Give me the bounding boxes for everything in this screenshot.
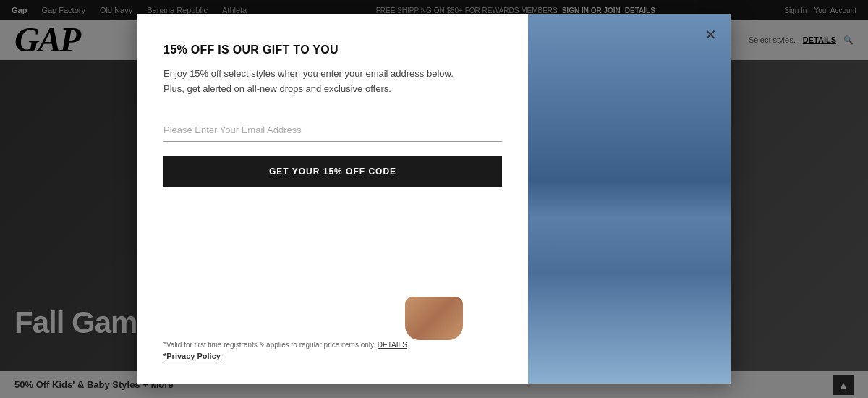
modal-footer-disclaimer: *Valid for first time registrants & appl… (163, 341, 502, 349)
modal-image-area (528, 14, 731, 384)
modal-content-left: 15% OFF IS OUR GIFT TO YOU Enjoy 15% off… (137, 14, 528, 384)
modal-desc-line2: Plus, get alerted on all-new drops and e… (163, 83, 391, 94)
modal-details-link[interactable]: DETAILS (378, 341, 407, 349)
modal-title: 15% OFF IS OUR GIFT TO YOU (163, 43, 502, 56)
modal-close-button[interactable]: ✕ (700, 25, 720, 45)
modal-privacy-link[interactable]: *Privacy Policy (163, 352, 221, 360)
promo-modal: ✕ 15% OFF IS OUR GIFT TO YOU Enjoy 15% o… (137, 14, 731, 384)
modal-overlay: ✕ 15% OFF IS OUR GIFT TO YOU Enjoy 15% o… (0, 0, 868, 398)
modal-desc-line1: Enjoy 15% off select styles when you ent… (163, 68, 454, 79)
modal-description: Enjoy 15% off select styles when you ent… (163, 67, 502, 97)
modal-denim-image (528, 14, 731, 384)
email-input[interactable] (163, 119, 502, 142)
cta-button[interactable]: GET YOUR 15% OFF CODE (163, 156, 502, 187)
